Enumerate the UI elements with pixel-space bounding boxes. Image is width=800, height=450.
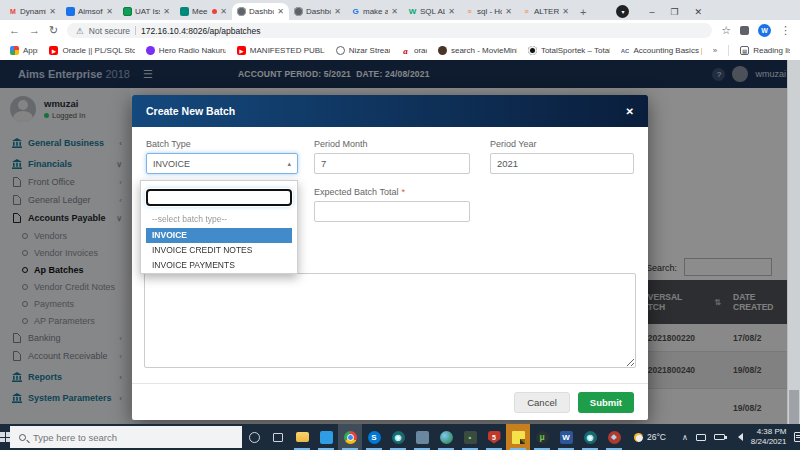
display-icon[interactable] <box>696 434 706 441</box>
batch-description-textarea[interactable] <box>144 273 636 368</box>
security-app-button[interactable]: • <box>458 424 482 450</box>
tab-dashboard-2[interactable]: Dashbo✕ <box>289 3 346 20</box>
extensions-icon[interactable] <box>740 26 749 35</box>
submit-button[interactable]: Submit <box>578 392 634 413</box>
skype-button[interactable]: S <box>362 424 386 450</box>
sticky-notes-button[interactable] <box>506 424 530 450</box>
word-button[interactable]: W <box>554 424 578 450</box>
cancel-button[interactable]: Cancel <box>514 392 570 413</box>
vscode-button[interactable] <box>314 424 338 450</box>
start-button[interactable] <box>0 424 10 450</box>
tab-gmail[interactable]: MDynami✕ <box>4 3 61 20</box>
dropdown-option-invoice-credit-notes[interactable]: INVOICE CREDIT NOTES <box>146 243 292 258</box>
period-month-input[interactable] <box>314 153 470 174</box>
hidden-icons-chevron[interactable]: ∧ <box>682 433 688 442</box>
speaker-icon[interactable] <box>733 433 743 441</box>
modal-close-icon[interactable]: ✕ <box>626 106 634 117</box>
task-view-icon <box>273 433 283 442</box>
calendar-icon <box>66 7 75 16</box>
forward-icon[interactable]: → <box>29 25 40 36</box>
tab-close-icon[interactable]: ✕ <box>448 7 455 16</box>
bookmark-hero-radio[interactable]: Hero Radio Nakuru... <box>146 46 226 55</box>
tab-search-icon[interactable]: ▾ <box>616 5 629 18</box>
tab-close-icon[interactable]: ✕ <box>220 7 227 16</box>
dropdown-option-invoice[interactable]: INVOICE <box>146 228 292 243</box>
tab-close-icon[interactable]: ✕ <box>505 7 512 16</box>
tab-google-search[interactable]: Gmake a✕ <box>346 3 403 20</box>
scrollbar-thumb[interactable] <box>789 390 799 424</box>
windows-logo-icon <box>0 432 10 442</box>
bookmark-star-icon[interactable]: ☆ <box>721 25 731 36</box>
taskbar-search[interactable] <box>10 426 242 448</box>
bookmark-accounting[interactable]: ACAccounting Basics |... <box>621 46 702 55</box>
bookmark-totalsportek[interactable]: TotalSportek – Total... <box>528 46 610 55</box>
page-scrollbar[interactable] <box>787 60 800 424</box>
remote-desktop-button[interactable] <box>410 424 434 450</box>
app-button-2[interactable]: ◉ <box>578 424 602 450</box>
cortana-button[interactable] <box>242 424 266 450</box>
chrome-icon <box>344 431 357 444</box>
meet-icon <box>180 7 189 16</box>
tab-close-icon[interactable]: ✕ <box>49 7 56 16</box>
bookmarks-bar: Apps ▶Oracle || PL/SQL Sto... Hero Radio… <box>0 41 800 60</box>
tab-dashboard-active[interactable]: Dashbo✕ <box>232 3 289 20</box>
chrome-button[interactable] <box>338 424 362 450</box>
taskbar-clock[interactable]: 4:38 PM 8/24/2021 <box>751 427 787 446</box>
action-center-icon[interactable] <box>794 432 800 442</box>
reading-list-button[interactable]: ▤Reading list <box>740 46 790 55</box>
tab-close-icon[interactable]: ✕ <box>106 7 113 16</box>
hero-radio-icon <box>146 46 155 55</box>
key-icon: • <box>464 431 477 444</box>
url-text[interactable]: 172.16.10.4:8026/ap/apbatches <box>141 26 261 36</box>
bookmark-moviemini[interactable]: search - MovieMini... <box>438 46 517 55</box>
tab-meet[interactable]: Mee✕ <box>175 3 232 20</box>
modal-header: Create New Batch ✕ <box>132 95 648 127</box>
browser-menu-icon[interactable]: ⋮ <box>780 25 791 36</box>
internet-app-button[interactable] <box>434 424 458 450</box>
tab-title: make a <box>363 7 388 16</box>
utorrent-button[interactable]: µ <box>530 424 554 450</box>
tab-close-icon[interactable]: ✕ <box>562 7 569 16</box>
not-secure-warning-icon[interactable]: ⚠ <box>76 26 84 36</box>
bookmark-manifested[interactable]: ▶MANIFESTED PUBLI... <box>237 46 325 55</box>
shield-app-button[interactable]: 5 <box>482 424 506 450</box>
address-bar[interactable]: ⚠ Not secure 172.16.10.4:8026/ap/apbatch… <box>67 23 712 38</box>
battery-icon[interactable] <box>714 434 725 440</box>
tab-stackoverflow-2[interactable]: ≡ALTER T✕ <box>517 3 574 20</box>
window-close-button[interactable]: ✕ <box>695 7 703 17</box>
browser-profile-avatar[interactable]: W <box>758 24 771 37</box>
dropdown-option-invoice-payments[interactable]: INVOICE PAYMENTS <box>146 258 292 273</box>
tab-uat-issues[interactable]: UAT Issu✕ <box>118 3 175 20</box>
batch-type-select[interactable]: INVOICE ▴ <box>146 153 298 174</box>
task-view-button[interactable] <box>266 424 290 450</box>
taskbar-search-input[interactable] <box>33 432 233 443</box>
bookmarks-overflow-icon[interactable]: » <box>713 46 717 55</box>
tab-aimsoft[interactable]: Aimsoft✕ <box>61 3 118 20</box>
back-icon[interactable]: ← <box>9 25 20 36</box>
tab-w3schools[interactable]: WSQL ALT✕ <box>403 3 460 20</box>
url-divider <box>135 26 136 35</box>
tab-stackoverflow-1[interactable]: ≡sql - Ho✕ <box>460 3 517 20</box>
google-icon: G <box>351 7 360 16</box>
tab-close-icon[interactable]: ✕ <box>277 7 284 16</box>
bookmark-nizar-stream[interactable]: Nizar Stream <box>336 46 390 55</box>
dropdown-options-list: --select batch type-- INVOICE INVOICE CR… <box>146 211 292 273</box>
dropdown-option-placeholder[interactable]: --select batch type-- <box>146 211 292 228</box>
minimize-button[interactable]: – <box>649 7 654 17</box>
file-explorer-button[interactable] <box>290 424 314 450</box>
reload-icon[interactable]: ↻ <box>49 25 58 36</box>
expected-batch-total-input[interactable] <box>314 201 470 222</box>
weather-widget[interactable]: 26°C <box>626 432 674 442</box>
tab-close-icon[interactable]: ✕ <box>391 7 398 16</box>
period-year-input[interactable] <box>490 153 634 174</box>
bookmark-oracle[interactable]: ▶Oracle || PL/SQL Sto... <box>49 46 134 55</box>
dropdown-search-input[interactable] <box>146 189 292 206</box>
tab-close-icon[interactable]: ✕ <box>334 7 341 16</box>
tab-close-icon[interactable]: ✕ <box>163 7 170 16</box>
maximize-button[interactable]: ❐ <box>670 7 678 17</box>
media-app-button[interactable]: ◆ <box>602 424 626 450</box>
bookmark-apps[interactable]: Apps <box>10 46 38 55</box>
new-tab-button[interactable]: + <box>580 6 586 18</box>
app-button-1[interactable]: ◉ <box>386 424 410 450</box>
bookmark-orac[interactable]: aorac <box>401 46 427 55</box>
